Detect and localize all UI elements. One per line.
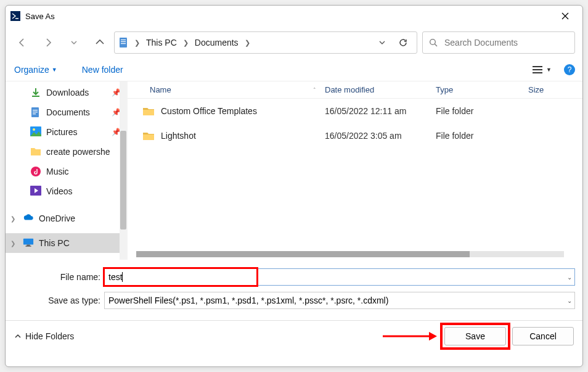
sidebar-item-label: OneDrive (39, 213, 75, 223)
recent-dropdown[interactable] (68, 37, 80, 48)
col-size[interactable]: Size (528, 85, 582, 94)
sidebar: Downloads 📌 Documents 📌 Pictures 📌 creat… (6, 81, 128, 260)
body-area: Downloads 📌 Documents 📌 Pictures 📌 creat… (6, 81, 582, 260)
chevron-right-icon[interactable]: ❯ (132, 39, 142, 47)
svg-rect-3 (121, 41, 126, 42)
table-row[interactable]: Lightshot 16/05/2022 3:05 am File folder (128, 123, 582, 148)
svg-rect-20 (26, 246, 31, 246)
search-box[interactable] (422, 31, 575, 54)
search-input[interactable] (444, 38, 568, 48)
new-folder-button[interactable]: New folder (81, 62, 125, 77)
folder-icon (30, 146, 41, 157)
forward-button[interactable] (43, 37, 54, 48)
back-button[interactable] (17, 37, 28, 48)
svg-rect-6 (533, 66, 542, 67)
expand-icon[interactable]: ❯ (10, 240, 15, 247)
document-icon (30, 107, 41, 118)
annotation-highlight (103, 267, 258, 287)
svg-rect-9 (32, 96, 39, 97)
sidebar-item-videos[interactable]: Videos (6, 181, 127, 201)
text-cursor (122, 272, 123, 282)
horizontal-scrollbar[interactable] (136, 251, 564, 257)
svg-rect-13 (33, 114, 36, 114)
close-button[interactable] (553, 6, 578, 27)
col-date[interactable]: Date modified (325, 85, 436, 94)
filetype-label: Save as type: (10, 296, 104, 305)
svg-rect-19 (27, 245, 30, 246)
svg-rect-11 (33, 110, 38, 110)
document-icon (118, 37, 129, 48)
folder-icon (142, 106, 155, 116)
sidebar-item-label: Music (46, 167, 69, 176)
hide-folders-button[interactable]: Hide Folders (14, 331, 74, 341)
svg-rect-12 (33, 112, 38, 112)
powershell-icon (10, 11, 20, 21)
col-type[interactable]: Type (436, 85, 528, 94)
svg-rect-2 (121, 39, 126, 40)
expand-icon[interactable]: ❯ (10, 215, 15, 222)
svg-point-5 (430, 39, 436, 44)
col-name[interactable]: Name˄ (128, 85, 325, 94)
breadcrumb-thispc[interactable]: This PC (145, 35, 178, 50)
chevron-right-icon[interactable]: ❯ (181, 39, 191, 47)
chevron-right-icon[interactable]: ❯ (242, 39, 253, 47)
cancel-button[interactable]: Cancel (512, 327, 574, 345)
save-as-dialog: Save As ❯ This PC ❯ Documents ❯ (5, 5, 583, 367)
annotation-arrow (383, 330, 438, 342)
help-button[interactable]: ? (564, 64, 575, 75)
nav-arrows (13, 37, 109, 48)
sidebar-item-pictures[interactable]: Pictures 📌 (6, 122, 127, 142)
cloud-icon (23, 213, 34, 224)
toolbar: Organize▼ New folder ▼ ? (6, 59, 582, 81)
sidebar-item-downloads[interactable]: Downloads 📌 (6, 83, 127, 102)
filename-input[interactable]: test ⌄ (104, 268, 575, 286)
sidebar-item-label: Pictures (46, 127, 78, 137)
organize-menu[interactable]: Organize▼ (13, 62, 59, 77)
file-pane: Name˄ Date modified Type Size Custom Off… (128, 81, 582, 260)
videos-icon (30, 186, 41, 197)
file-list: Custom Office Templates 16/05/2022 12:11… (128, 99, 582, 148)
search-icon (429, 38, 438, 48)
sidebar-item-music[interactable]: Music (6, 162, 127, 181)
titlebar: Save As (6, 6, 582, 27)
svg-rect-8 (533, 72, 542, 73)
sidebar-item-label: Documents (46, 107, 90, 117)
download-icon (30, 87, 41, 98)
footer: Hide Folders Save Cancel (6, 320, 582, 351)
sidebar-scrollbar[interactable] (120, 81, 127, 260)
nav-bar: ❯ This PC ❯ Documents ❯ (6, 27, 582, 59)
sidebar-item-label: create powershe (46, 147, 110, 157)
sidebar-item-documents[interactable]: Documents 📌 (6, 102, 127, 122)
sort-asc-icon: ˄ (313, 87, 316, 93)
sidebar-item-network[interactable]: ❯ Network (6, 258, 127, 260)
sidebar-item-label: This PC (39, 238, 70, 248)
monitor-icon (23, 238, 34, 249)
filename-label: File name: (10, 272, 104, 282)
table-row[interactable]: Custom Office Templates 16/05/2022 12:11… (128, 99, 582, 123)
sidebar-item-folder[interactable]: create powershe (6, 142, 127, 162)
breadcrumb-documents[interactable]: Documents (194, 35, 240, 50)
address-bar[interactable]: ❯ This PC ❯ Documents ❯ (114, 31, 417, 54)
svg-rect-1 (120, 38, 127, 48)
view-options[interactable]: ▼ (529, 63, 555, 76)
sidebar-item-thispc[interactable]: ❯ This PC (6, 233, 127, 253)
chevron-down-icon[interactable]: ⌄ (567, 274, 572, 281)
chevron-down-icon[interactable]: ⌄ (567, 297, 572, 304)
sidebar-item-onedrive[interactable]: ❯ OneDrive (6, 209, 127, 228)
folder-icon (142, 131, 155, 141)
column-headers: Name˄ Date modified Type Size (128, 81, 582, 99)
form-area: File name: test ⌄ Save as type: PowerShe… (6, 260, 582, 320)
music-icon (30, 166, 41, 177)
save-button[interactable]: Save (444, 327, 506, 345)
svg-rect-4 (121, 43, 126, 44)
chevron-up-icon (14, 333, 22, 340)
filetype-select[interactable]: PowerShell Files(*.ps1, *.psm1, *.psd1, … (104, 292, 575, 309)
refresh-button[interactable] (393, 38, 413, 48)
up-button[interactable] (94, 37, 105, 48)
pictures-icon (30, 126, 41, 138)
window-title: Save As (25, 12, 553, 21)
svg-point-15 (33, 128, 35, 131)
sidebar-item-label: Downloads (46, 88, 89, 97)
address-dropdown[interactable] (374, 39, 391, 46)
svg-rect-18 (23, 239, 33, 245)
